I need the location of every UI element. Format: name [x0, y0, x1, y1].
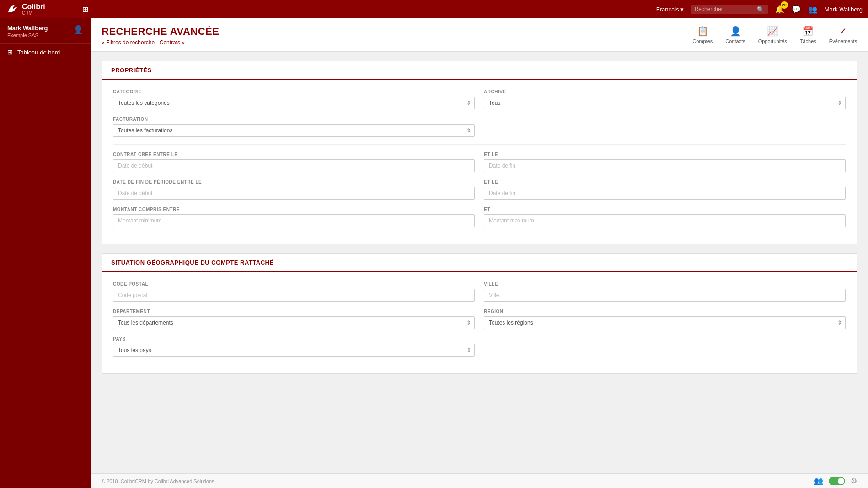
proprietes-body: CATÉGORIE Toutes les catégories ⇕ ARCHIV… [102, 80, 857, 244]
chevron-down-icon: ▾ [680, 6, 684, 13]
et-le2-input[interactable] [484, 187, 846, 200]
nav-right: Français ▾ 🔍 🔔 20 💬 👥 Mark Wallberg [656, 5, 863, 14]
evenements-icon: ✓ [839, 26, 847, 37]
settings-gear-icon[interactable]: ⚙ [851, 477, 857, 485]
breadcrumb[interactable]: « Filtres de recherche - Contrats » [102, 39, 219, 46]
region-select-wrapper: Toutes les régions ⇕ [484, 316, 846, 329]
categorie-archive-row: CATÉGORIE Toutes les catégories ⇕ ARCHIV… [113, 89, 846, 109]
logo-text: Colibri CRM [22, 3, 45, 16]
taches-icon: 📅 [802, 26, 814, 37]
quick-link-comptes[interactable]: 📋 Comptes [692, 26, 713, 44]
main-content: RECHERCHE AVANCÉE « Filtres de recherche… [91, 18, 868, 488]
ville-group: VILLE [484, 282, 846, 302]
sidebar-user-name: Mark Wallberg [7, 25, 48, 32]
situation-geo-title: SITUATION GÉOGRAPHIQUE DU COMPTE RATTACH… [111, 259, 274, 266]
people-icon[interactable]: 👥 [814, 477, 823, 485]
ville-input[interactable] [484, 289, 846, 302]
pays-select[interactable]: Tous les pays [113, 344, 475, 357]
date-fin-periode-row: DATE DE FIN DE PÉRIODE ENTRE LE ET LE [113, 179, 846, 200]
categorie-label: CATÉGORIE [113, 89, 475, 94]
sidebar-user-company: Exemple SAS [7, 33, 48, 38]
footer-icons: 👥 ⚙ [814, 477, 857, 485]
language-selector[interactable]: Français ▾ [656, 6, 684, 13]
date-fin-periode-input[interactable] [113, 187, 475, 200]
montant-row: MONTANT COMPRIS ENTRE ET [113, 207, 846, 227]
pays-row: PAYS Tous les pays ⇕ [113, 336, 846, 357]
quick-link-opportunites[interactable]: 📈 Opportunités [758, 26, 787, 44]
user-avatar-icon[interactable]: 👤 [73, 25, 83, 35]
code-postal-label: CODE POSTAL [113, 282, 475, 287]
facturation-row: FACTURATION Toutes les facturations ⇕ [113, 117, 846, 137]
archive-group: ARCHIVÉ Tous ⇕ [484, 89, 846, 109]
logo-icon [5, 2, 19, 16]
archive-label: ARCHIVÉ [484, 89, 846, 94]
et-le-input[interactable] [484, 159, 846, 172]
pays-group: PAYS Tous les pays ⇕ [113, 336, 475, 357]
contrat-cree-label: CONTRAT CRÉÉ ENTRE LE [113, 152, 475, 157]
region-label: RÉGION [484, 309, 846, 314]
montant-min-input[interactable] [113, 214, 475, 227]
footer-copyright: © 2018. ColibriCRM by Colibri Advanced S… [102, 478, 214, 484]
categorie-select-wrapper: Toutes les catégories ⇕ [113, 97, 475, 109]
comptes-icon: 📋 [697, 26, 708, 37]
chat-icon[interactable]: 💬 [792, 5, 801, 14]
quick-links: 📋 Comptes 👤 Contacts 📈 Opportunités 📅 Tâ… [692, 26, 857, 44]
categorie-group: CATÉGORIE Toutes les catégories ⇕ [113, 89, 475, 109]
title-area: RECHERCHE AVANCÉE « Filtres de recherche… [102, 26, 219, 46]
sidebar: Mark Wallberg Exemple SAS 👤 ⊞ Tableau de… [0, 18, 91, 488]
et-le2-label: ET LE [484, 179, 846, 184]
pays-select-wrapper: Tous les pays ⇕ [113, 344, 475, 357]
departement-select[interactable]: Tous les départements [113, 316, 475, 329]
page-title: RECHERCHE AVANCÉE [102, 26, 219, 38]
montant-min-group: MONTANT COMPRIS ENTRE [113, 207, 475, 227]
quick-link-taches[interactable]: 📅 Tâches [800, 26, 816, 44]
archive-select[interactable]: Tous [484, 97, 846, 109]
logo-area: Colibri CRM [5, 2, 79, 16]
search-box[interactable]: 🔍 [691, 5, 768, 14]
contrat-cree-row: CONTRAT CRÉÉ ENTRE LE ET LE [113, 152, 846, 172]
search-icon: 🔍 [757, 6, 764, 13]
divider-1 [113, 144, 846, 145]
situation-geo-section: SITUATION GÉOGRAPHIQUE DU COMPTE RATTACH… [102, 253, 857, 374]
code-postal-group: CODE POSTAL [113, 282, 475, 302]
sidebar-item-tableau-de-bord[interactable]: ⊞ Tableau de bord [0, 44, 91, 60]
et-le2-group: ET LE [484, 179, 846, 200]
quick-link-evenements[interactable]: ✓ Événements [829, 26, 857, 44]
facturation-label: FACTURATION [113, 117, 475, 122]
et-le-group: ET LE [484, 152, 846, 172]
departement-group: DÉPARTEMENT Tous les départements ⇕ [113, 309, 475, 329]
proprietes-title: PROPRIÉTÉS [111, 67, 152, 74]
montant-max-input[interactable] [484, 214, 846, 227]
opportunites-icon: 📈 [767, 26, 778, 37]
proprietes-header: PROPRIÉTÉS [102, 61, 857, 80]
code-postal-ville-row: CODE POSTAL VILLE [113, 282, 846, 302]
sidebar-item-label: Tableau de bord [17, 49, 60, 56]
contrat-cree-input[interactable] [113, 159, 475, 172]
et-le-label: ET LE [484, 152, 846, 157]
date-fin-periode-label: DATE DE FIN DE PÉRIODE ENTRE LE [113, 179, 475, 184]
user-name-label[interactable]: Mark Wallberg [825, 6, 863, 13]
facturation-select-wrapper: Toutes les facturations ⇕ [113, 124, 475, 137]
facturation-group: FACTURATION Toutes les facturations ⇕ [113, 117, 475, 137]
categorie-select[interactable]: Toutes les catégories [113, 97, 475, 109]
toggle-switch[interactable] [829, 477, 845, 485]
proprietes-section: PROPRIÉTÉS CATÉGORIE Toutes les catégori… [102, 61, 857, 244]
code-postal-input[interactable] [113, 289, 475, 302]
user-switch-icon[interactable]: 👥 [808, 5, 817, 14]
montant-max-group: ET [484, 207, 846, 227]
app-grid-icon[interactable]: ⊞ [82, 5, 88, 14]
page-header: RECHERCHE AVANCÉE « Filtres de recherche… [91, 18, 868, 52]
region-select[interactable]: Toutes les régions [484, 316, 846, 329]
situation-geo-body: CODE POSTAL VILLE DÉPARTEMENT Tous [102, 272, 857, 373]
search-input[interactable] [695, 6, 754, 12]
contacts-icon: 👤 [730, 26, 741, 37]
pays-label: PAYS [113, 336, 475, 342]
sidebar-user-details: Mark Wallberg Exemple SAS [7, 25, 48, 38]
situation-geo-header: SITUATION GÉOGRAPHIQUE DU COMPTE RATTACH… [102, 254, 857, 272]
quick-link-contacts[interactable]: 👤 Contacts [725, 26, 745, 44]
facturation-select[interactable]: Toutes les facturations [113, 124, 475, 137]
notifications-bell[interactable]: 🔔 20 [775, 5, 784, 14]
departement-label: DÉPARTEMENT [113, 309, 475, 314]
archive-select-wrapper: Tous ⇕ [484, 97, 846, 109]
dashboard-icon: ⊞ [7, 49, 13, 56]
